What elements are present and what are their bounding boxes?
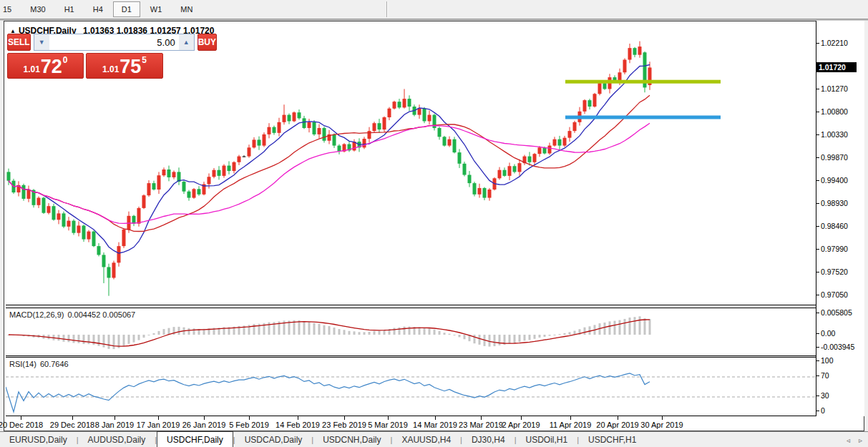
toolbar-separator xyxy=(386,1,387,17)
date-tick xyxy=(298,416,298,420)
date-label: 5 Mar 2019 xyxy=(368,421,408,429)
date-tick xyxy=(521,416,522,420)
sell-price-pips: 72 xyxy=(41,57,62,77)
date-tick xyxy=(570,416,571,420)
date-label: 8 Jan 2019 xyxy=(95,421,134,429)
timeframe-button-m30[interactable]: M30 xyxy=(21,1,54,17)
date-label: 26 Jan 2019 xyxy=(182,421,226,429)
date-label: 14 Mar 2019 xyxy=(413,421,457,429)
chart-tab-usdcad[interactable]: USDCAD,Daily xyxy=(235,432,312,447)
date-tick xyxy=(72,416,73,420)
volume-decrease-icon[interactable]: ▼ xyxy=(34,34,49,50)
timeframe-buttons: 15M30H1H4D1W1MN xyxy=(0,1,202,17)
timeframe-button-mn[interactable]: MN xyxy=(172,1,201,17)
buy-button[interactable]: BUY xyxy=(198,34,217,51)
price-axis-label: 0.97050 xyxy=(821,290,848,299)
chart-tab-bar: EURUSD,Daily|AUDUSD,Daily|USDCHF,Daily|U… xyxy=(0,431,868,447)
buy-price-button[interactable]: 1.01 75 5 xyxy=(86,53,163,79)
chart-tab-audusd[interactable]: AUDUSD,Daily xyxy=(79,432,155,447)
chart-tab-usdchf[interactable]: USDCHF,Daily xyxy=(157,431,233,447)
macd-label: MACD(12,26,9)0.004452 0.005067 xyxy=(9,310,139,319)
trading-platform: 15M30H1H4D1W1MN ▲USDCHF,Daily 1.01363 1.… xyxy=(0,0,868,447)
tab-nav-left-icon[interactable]: ◃ xyxy=(847,436,850,444)
price-axis-label: 0.97520 xyxy=(821,267,848,276)
price-axis-label: 0.99400 xyxy=(821,176,848,185)
macd-values: 0.004452 0.005067 xyxy=(67,310,135,319)
sell-price-button[interactable]: 1.01 72 0 xyxy=(7,53,84,79)
price-axis-label: 1.00330 xyxy=(821,130,848,139)
date-tick xyxy=(481,416,482,420)
price-axis-label: 100 xyxy=(821,356,834,365)
price-axis-label: 1.01270 xyxy=(821,84,848,93)
buy-price-point: 5 xyxy=(142,55,147,65)
chart-tab-dj30[interactable]: DJ30,H4 xyxy=(462,432,515,447)
date-label: 20 Apr 2019 xyxy=(596,421,638,429)
date-label: 2 Apr 2019 xyxy=(502,421,540,429)
price-axis-label: 0.99870 xyxy=(821,153,848,162)
timeframe-button-15[interactable]: 15 xyxy=(0,1,20,17)
price-axis-label: 0 xyxy=(821,406,825,415)
date-tick xyxy=(344,416,345,420)
chart-tabs: EURUSD,Daily|AUDUSD,Daily|USDCHF,Daily|U… xyxy=(0,432,645,447)
rsi-value: 60.7646 xyxy=(40,360,69,368)
price-axis-label: 70 xyxy=(821,371,829,380)
rsi-indicator-pane[interactable] xyxy=(6,357,816,416)
price-axis-label: 0.98460 xyxy=(821,222,848,230)
date-label: 30 Apr 2019 xyxy=(640,421,683,429)
date-tick xyxy=(249,416,250,420)
volume-box: ▼ ▲ xyxy=(34,34,195,51)
date-tick xyxy=(21,416,21,420)
date-tick xyxy=(662,416,663,420)
timeframe-button-h1[interactable]: H1 xyxy=(56,1,83,17)
chart-tab-usdchf[interactable]: USDCHF,H1 xyxy=(579,432,645,447)
date-label: 5 Feb 2019 xyxy=(229,421,269,429)
date-tick xyxy=(435,416,436,420)
price-axis: 1.022101.012701.008001.003300.998700.994… xyxy=(816,21,864,416)
current-price-tag: 1.01720 xyxy=(816,62,857,72)
date-tick xyxy=(158,416,159,420)
tab-navigation: ◃ ▹ xyxy=(847,432,862,447)
buy-price-pips: 75 xyxy=(120,57,141,77)
timeframe-toolbar: 15M30H1H4D1W1MN xyxy=(0,0,868,19)
date-tick xyxy=(618,416,618,420)
horizontal-line-1 xyxy=(565,116,721,119)
date-label: 20 Dec 2018 xyxy=(0,421,43,429)
timeframe-button-h4[interactable]: H4 xyxy=(84,1,112,17)
price-axis-label: 1.00800 xyxy=(821,107,848,116)
date-label: 23 Feb 2019 xyxy=(322,421,366,429)
date-tick xyxy=(388,416,389,420)
volume-increase-icon[interactable]: ▲ xyxy=(179,34,194,50)
one-click-trading-panel: SELL ▼ ▲ BUY 1.01 72 0 1.01 75 5 xyxy=(7,34,163,79)
sell-price-prefix: 1.01 xyxy=(23,64,39,74)
rsi-label: RSI(14)60.7646 xyxy=(9,360,72,368)
chart-tab-eurusd[interactable]: EURUSD,Daily xyxy=(0,432,77,447)
tab-nav-right-icon[interactable]: ▹ xyxy=(859,436,862,444)
price-axis-label: 0.98930 xyxy=(821,199,848,207)
timeframe-button-w1[interactable]: W1 xyxy=(142,1,171,17)
price-axis-label: 0.97990 xyxy=(821,245,848,253)
chart-tab-usdoil[interactable]: USDOil,H1 xyxy=(516,432,577,447)
date-axis: 20 Dec 201829 Dec 20188 Jan 201917 Jan 2… xyxy=(6,416,816,431)
macd-name: MACD(12,26,9) xyxy=(9,310,64,319)
price-axis-label: 30 xyxy=(821,391,829,400)
rsi-name: RSI(14) xyxy=(9,360,36,368)
volume-input[interactable] xyxy=(49,34,179,50)
price-axis-label: -0.003945 xyxy=(821,343,854,351)
date-label: 11 Apr 2019 xyxy=(550,421,592,429)
date-label: 29 Dec 2018 xyxy=(50,421,94,429)
chart-tab-xauusd[interactable]: XAUUSD,H4 xyxy=(392,432,460,447)
date-tick xyxy=(204,416,205,420)
date-label: 23 Mar 2019 xyxy=(459,421,503,429)
buy-price-prefix: 1.01 xyxy=(102,64,119,74)
date-label: 17 Jan 2019 xyxy=(137,421,180,429)
date-tick xyxy=(114,416,115,420)
sell-price-point: 0 xyxy=(63,55,68,65)
price-axis-label: 1.02210 xyxy=(821,39,848,47)
price-axis-label: 0.005805 xyxy=(821,308,852,317)
horizontal-line-0 xyxy=(565,80,721,84)
date-label: 14 Feb 2019 xyxy=(275,421,320,429)
price-axis-label: 0.00 xyxy=(821,329,835,338)
timeframe-button-d1[interactable]: D1 xyxy=(113,1,140,17)
chart-tab-usdcnh[interactable]: USDCNH,Daily xyxy=(313,432,390,447)
sell-button[interactable]: SELL xyxy=(7,34,31,51)
